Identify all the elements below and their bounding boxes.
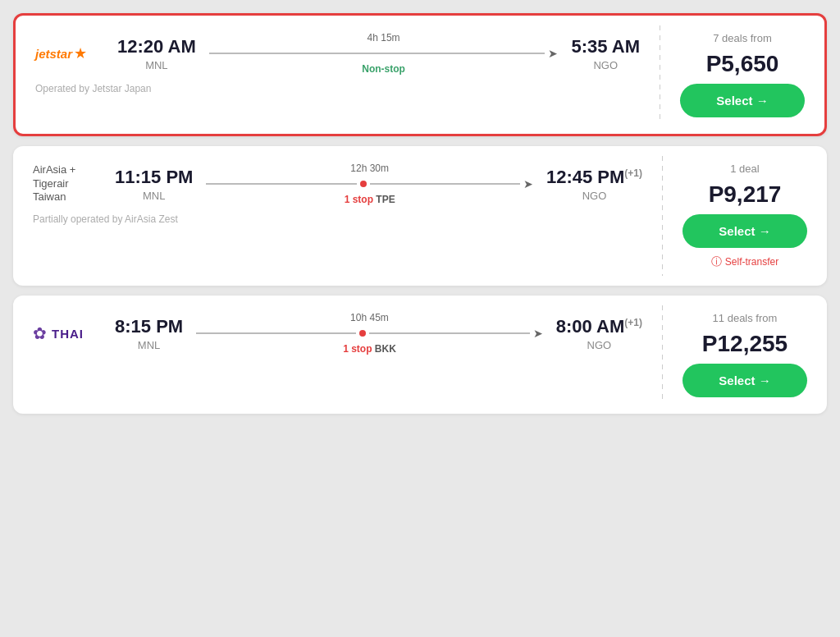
deals-label: 1 deal xyxy=(730,163,759,175)
select-button[interactable]: Select → xyxy=(680,84,805,117)
departure-block: 12:20 AM MNL xyxy=(117,36,196,71)
select-button[interactable]: Select → xyxy=(682,364,807,397)
nonstop-label: Non-stop xyxy=(362,63,405,75)
self-transfer-label: ⓘ Self-transfer xyxy=(711,254,778,269)
line-left xyxy=(196,332,356,334)
departure-airport: MNL xyxy=(115,339,183,351)
deals-label: 7 deals from xyxy=(713,32,772,44)
departure-time: 11:15 PM xyxy=(115,167,193,188)
flight-times: 8:15 PM MNL 10h 45m ➤ 1 stop BKK 8:00 AM… xyxy=(115,312,642,355)
airline-name: AirAsia +TigerairTaiwan xyxy=(33,163,75,205)
jetstar-text: jetstar xyxy=(35,47,72,61)
price-section: 7 deals from P5,650 Select → xyxy=(660,16,824,134)
thai-text: THAI xyxy=(52,327,84,341)
arrival-airport: NGO xyxy=(546,190,642,202)
departure-time: 8:15 PM xyxy=(115,316,183,337)
airline-logo: ✿ THAI xyxy=(33,323,98,343)
deals-label: 11 deals from xyxy=(713,312,778,324)
operated-by-label: Operated by Jetstar Japan xyxy=(35,83,640,94)
duration-label: 12h 30m xyxy=(350,163,389,174)
line-right xyxy=(370,183,520,185)
airline-logo: jetstar ★ xyxy=(35,44,101,62)
flight-duration: 12h 30m ➤ 1 stop TPE xyxy=(206,163,533,205)
price-value: P12,255 xyxy=(702,331,788,357)
thai-icon: ✿ xyxy=(33,323,47,343)
flight-top: AirAsia +TigerairTaiwan 11:15 PM MNL 12h… xyxy=(33,163,642,205)
arrival-block: 5:35 AM NGO xyxy=(571,36,640,71)
flight-line: ➤ xyxy=(196,327,543,340)
flight-main: jetstar ★ 12:20 AM MNL 4h 15m ➤ Non-stop xyxy=(16,16,660,134)
departure-block: 8:15 PM MNL xyxy=(115,316,183,351)
flight-card-flight-2: AirAsia +TigerairTaiwan 11:15 PM MNL 12h… xyxy=(13,146,827,286)
flight-duration: 4h 15m ➤ Non-stop xyxy=(209,32,559,75)
flight-top: ✿ THAI 8:15 PM MNL 10h 45m ➤ 1 xyxy=(33,312,642,355)
arrival-airport: NGO xyxy=(571,59,640,71)
departure-airport: MNL xyxy=(115,190,193,202)
arrival-airport: NGO xyxy=(556,339,642,351)
thai-logo: ✿ THAI xyxy=(33,323,84,343)
price-section: 11 deals from P12,255 Select → xyxy=(663,296,827,414)
arrival-block: 8:00 AM(+1) NGO xyxy=(556,316,642,351)
next-day-badge: (+1) xyxy=(624,316,642,328)
flight-times: 12:20 AM MNL 4h 15m ➤ Non-stop 5:35 AM N… xyxy=(117,32,640,75)
flight-card-flight-1: jetstar ★ 12:20 AM MNL 4h 15m ➤ Non-stop xyxy=(13,13,827,136)
operated-by-label: Partially operated by AirAsia Zest xyxy=(33,213,642,225)
departure-time: 12:20 AM xyxy=(117,36,196,57)
flight-main: AirAsia +TigerairTaiwan 11:15 PM MNL 12h… xyxy=(13,146,662,286)
departure-airport: MNL xyxy=(117,59,196,71)
price-value: P9,217 xyxy=(709,181,782,208)
next-day-badge: (+1) xyxy=(624,167,642,178)
line-right xyxy=(369,332,529,334)
stop-dot-icon xyxy=(360,181,367,187)
arrival-time: 5:35 AM xyxy=(571,36,640,57)
arrival-block: 12:45 PM(+1) NGO xyxy=(546,167,642,202)
price-section: 1 deal P9,217 Select → ⓘ Self-transfer xyxy=(663,146,827,286)
arrow-icon: ➤ xyxy=(523,177,533,190)
price-value: P5,650 xyxy=(706,51,779,77)
arrow-icon: ➤ xyxy=(548,47,558,60)
select-button[interactable]: Select → xyxy=(682,214,807,248)
self-transfer-icon: ⓘ xyxy=(711,254,722,269)
flight-top: jetstar ★ 12:20 AM MNL 4h 15m ➤ Non-stop xyxy=(35,32,640,75)
flight-main: ✿ THAI 8:15 PM MNL 10h 45m ➤ 1 xyxy=(13,296,662,414)
stop-label: 1 stop BKK xyxy=(343,343,396,355)
flight-times: 11:15 PM MNL 12h 30m ➤ 1 stop TPE 12:45 … xyxy=(115,163,642,205)
jetstar-star-icon: ★ xyxy=(74,44,87,62)
stop-label: 1 stop TPE xyxy=(345,194,395,205)
jetstar-logo: jetstar ★ xyxy=(35,44,87,62)
line-left xyxy=(206,183,356,185)
stop-dot-icon xyxy=(359,330,366,337)
arrival-time: 12:45 PM(+1) xyxy=(546,167,642,188)
arrow-icon: ➤ xyxy=(533,327,543,340)
line-left xyxy=(209,53,546,54)
arrival-time: 8:00 AM(+1) xyxy=(556,316,642,337)
airline-logo: AirAsia +TigerairTaiwan xyxy=(33,163,98,205)
flight-line: ➤ xyxy=(206,177,533,190)
duration-label: 10h 45m xyxy=(350,312,389,323)
flight-card-flight-3: ✿ THAI 8:15 PM MNL 10h 45m ➤ 1 xyxy=(13,296,827,414)
departure-block: 11:15 PM MNL xyxy=(115,167,193,202)
flight-duration: 10h 45m ➤ 1 stop BKK xyxy=(196,312,543,355)
flight-line: ➤ xyxy=(209,47,559,60)
duration-label: 4h 15m xyxy=(368,32,400,44)
